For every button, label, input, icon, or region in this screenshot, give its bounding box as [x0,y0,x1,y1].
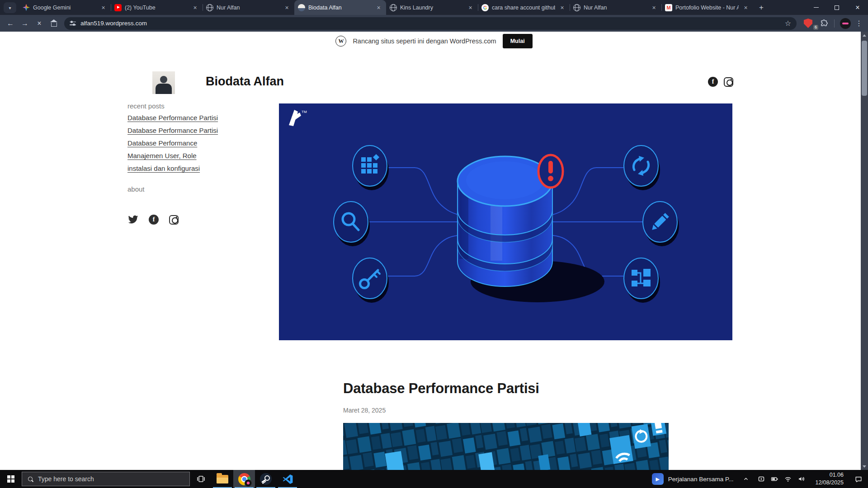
scroll-down-arrow[interactable] [861,463,868,470]
start-button[interactable] [0,470,22,488]
wordpress-banner: Rancang situs seperti ini dengan WordPre… [0,32,868,51]
site-avatar-photo[interactable] [152,71,175,94]
wifi-icon[interactable] [784,475,792,483]
taskbar-steam[interactable] [255,470,277,488]
tab-title: cara share account github [492,5,555,11]
tab-search-button[interactable]: ▾ [4,2,16,13]
site-title[interactable]: Biodata Alfan [206,75,284,89]
toolbar-divider [834,19,835,28]
taskbar-search-box[interactable]: Type here to search [22,472,190,486]
site-info-icon[interactable] [70,21,76,26]
close-icon: × [855,4,859,11]
action-center-button[interactable] [849,475,868,483]
taskbar-file-explorer[interactable] [212,470,233,488]
tab-close-icon[interactable]: × [650,4,658,11]
tab-title: Portofolio Website - Nur Alfan [675,5,739,11]
tab-title: Google Gemini [33,5,96,11]
task-view-icon [195,474,206,484]
globe-favicon [206,4,213,11]
bookmark-star-icon[interactable]: ☆ [785,19,791,28]
instagram-icon[interactable] [169,215,179,225]
minimize-icon [814,7,819,8]
mulai-button[interactable]: Mulai [503,34,533,48]
tab-biodata-alfan-active[interactable]: Biodata Alfan × [294,0,386,15]
stop-loading-button[interactable]: × [33,17,46,30]
three-dots-icon: ⋮ [855,19,863,27]
tray-app-icon[interactable] [758,475,765,483]
tab-portofolio-website[interactable]: Portofolio Website - Nur Alfan × [661,0,753,15]
tab-close-icon[interactable]: × [467,4,474,11]
recent-post-link[interactable]: instalasi dan konfigurasi [127,164,218,177]
facebook-icon[interactable] [708,77,718,87]
tab-close-icon[interactable]: × [191,4,199,11]
chrome-icon [238,473,250,485]
recent-post-link[interactable]: Database Performance [127,139,218,152]
steam-icon [260,473,272,485]
wordpress-logo-icon [335,36,346,47]
tab-title: (2) YouTube [125,5,188,11]
tab-youtube[interactable]: (2) YouTube × [111,0,203,15]
tab-kins-laundry[interactable]: Kins Laundry × [386,0,478,15]
gmail-favicon [665,4,672,11]
browser-tab-strip: ▾ Google Gemini × (2) YouTube × Nur Alfa… [0,0,868,15]
tab-cara-share-github[interactable]: cara share account github × [478,0,570,15]
tab-close-icon[interactable]: × [99,4,107,11]
recent-post-link[interactable]: Database Performance Partisi [127,127,218,139]
task-view-button[interactable] [190,470,212,488]
tab-close-icon[interactable]: × [375,4,382,11]
site-favicon [298,4,305,11]
address-bar[interactable]: alfan519.wordpress.com ☆ [64,17,797,30]
page-scrollbar[interactable] [861,32,868,470]
search-icon [27,476,33,482]
chevron-up-icon [743,476,749,482]
window-minimize-button[interactable] [806,0,826,15]
post-title[interactable]: Database Performance Partisi [343,380,539,397]
system-tray [753,475,810,483]
browser-menu-button[interactable]: ⋮ [854,19,864,28]
new-tab-button[interactable]: + [755,1,768,14]
window-close-button[interactable]: × [847,0,868,15]
battery-icon[interactable] [771,475,778,483]
tab-close-icon[interactable]: × [283,4,291,11]
stop-x-icon: × [37,19,41,28]
tray-expand-button[interactable] [739,476,753,482]
gemini-favicon [23,4,30,11]
adblock-extension-button[interactable]: 6 [800,19,816,28]
windows-logo-icon [7,475,14,483]
instagram-icon[interactable] [724,77,733,87]
tab-close-icon[interactable]: × [558,4,566,11]
vscode-icon [282,474,293,485]
home-button[interactable] [47,17,61,30]
url-text[interactable]: alfan519.wordpress.com [80,20,785,27]
window-maximize-button[interactable] [826,0,847,15]
tab-google-gemini[interactable]: Google Gemini × [19,0,111,15]
tab-title: Nur Alfan [217,5,280,11]
media-player-button[interactable]: ▶ Perjalanan Bersama P... [646,473,739,485]
hero-image: TM [279,103,732,340]
taskbar-clock[interactable]: 01.06 12/08/2025 [810,471,849,487]
back-button[interactable]: ← [4,17,17,30]
chevron-down-icon: ▾ [9,5,11,10]
taskbar-chrome[interactable] [233,470,255,488]
facebook-icon[interactable] [149,215,159,225]
extensions-button[interactable] [817,17,830,30]
desktop-screen: ▾ Google Gemini × (2) YouTube × Nur Alfa… [0,0,868,488]
tab-close-icon[interactable]: × [742,4,750,11]
recent-post-link[interactable]: Manajemen User, Role [127,152,218,164]
extension-badge: 6 [813,25,818,30]
forward-arrow-icon: → [21,19,28,28]
volume-icon[interactable] [797,475,805,483]
recent-posts-heading: recent posts [127,102,165,110]
tab-nur-alfan-1[interactable]: Nur Alfan × [203,0,294,15]
taskbar-vscode[interactable] [277,470,298,488]
windows-taskbar: Type here to search ▶ Perjalanan Bersama… [0,470,868,488]
profile-avatar-button[interactable] [840,18,851,29]
tab-nur-alfan-2[interactable]: Nur Alfan × [570,0,661,15]
media-play-icon: ▶ [652,473,664,485]
scrollbar-thumb[interactable] [862,41,867,96]
scroll-up-arrow[interactable] [861,32,868,39]
tab-title: Nur Alfan [584,5,647,11]
recent-post-link[interactable]: Database Performance Partisi [127,114,218,127]
twitter-icon[interactable] [127,214,138,225]
forward-button[interactable]: → [18,17,32,30]
